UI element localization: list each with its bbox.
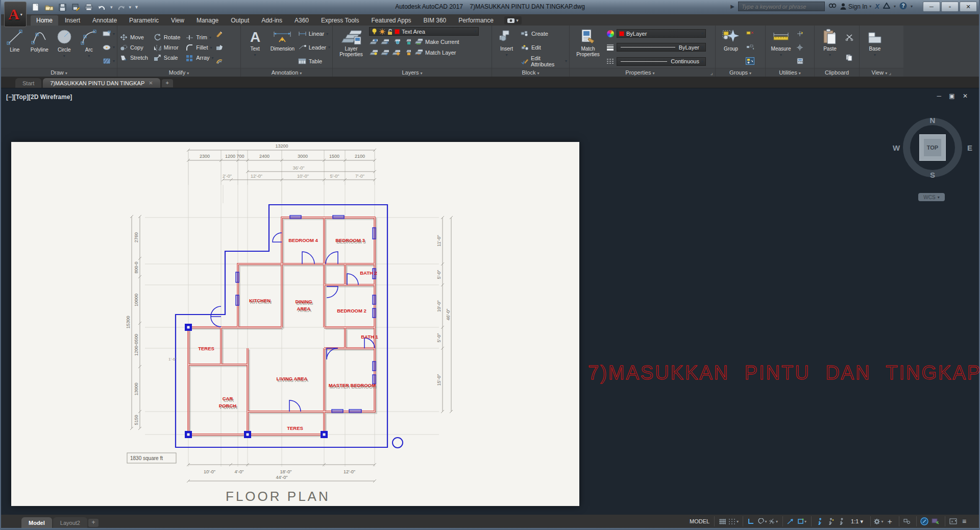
a360-caret-icon[interactable]: ▾: [894, 4, 896, 9]
infocenter-collapse-icon[interactable]: ▶: [730, 4, 734, 9]
object-color-select[interactable]: ByLayer▾: [617, 29, 706, 38]
annotation-scale-icon[interactable]: [837, 517, 847, 526]
layout2-tab[interactable]: Layout2: [53, 517, 87, 528]
plus-icon[interactable]: ＋: [885, 517, 895, 526]
layer-thaw-all-icon[interactable]: [380, 49, 389, 56]
fillet-button[interactable]: Fillet▾: [185, 42, 213, 53]
object-snap-icon[interactable]: ▾: [797, 517, 807, 526]
customization-menu-icon[interactable]: ≡: [959, 517, 969, 526]
hatch-tool-icon[interactable]: [102, 57, 111, 65]
file-tab-start[interactable]: Start: [15, 78, 41, 88]
rectangle-tool-icon[interactable]: [102, 30, 111, 38]
file-tab-active[interactable]: 7)MASUKKAN PINTU DAN TINGKAP✕: [43, 78, 160, 88]
menu-tab-express-tools[interactable]: Express Tools: [315, 15, 364, 26]
panel-modify-footer[interactable]: Modify ▾: [117, 68, 240, 77]
quick-calc-icon[interactable]: [796, 57, 804, 65]
copy-clip-icon[interactable]: [845, 54, 853, 62]
model-tab[interactable]: Model: [21, 517, 52, 528]
grid-display-icon[interactable]: [717, 517, 727, 526]
layer-properties-button[interactable]: Layer Properties: [335, 27, 368, 68]
ribbon-display-toggle[interactable]: ▾: [504, 16, 522, 25]
group-selection-toggle[interactable]: [746, 57, 754, 65]
view-cube-west[interactable]: W: [893, 143, 900, 152]
array-button[interactable]: Array▾: [185, 53, 213, 63]
search-icon[interactable]: [828, 3, 837, 11]
ungroup-icon[interactable]: [746, 30, 754, 38]
linear-dim-icon[interactable]: [298, 30, 307, 38]
close-button[interactable]: ✕: [960, 2, 977, 12]
sign-in-button[interactable]: Sign In ▾: [840, 3, 871, 10]
text-button[interactable]: A Text▾: [243, 27, 267, 68]
viewport-window-buttons[interactable]: ─ ▣ ✕: [937, 92, 971, 100]
search-input[interactable]: [738, 2, 825, 11]
paste-button[interactable]: Paste▾: [817, 27, 843, 68]
polar-tracking-icon[interactable]: ▾: [757, 517, 767, 526]
polyline-button[interactable]: Polyline: [28, 27, 52, 68]
menu-tab-bim-360[interactable]: BIM 360: [418, 15, 452, 26]
view-cube-east[interactable]: E: [967, 143, 972, 152]
application-menu-button[interactable]: A ▾: [4, 2, 27, 27]
trim-button[interactable]: Trim▾: [185, 32, 213, 42]
linetype-select[interactable]: Continuous▾: [617, 57, 706, 66]
block-edit-icon[interactable]: [521, 43, 529, 51]
block-create-icon[interactable]: [521, 30, 529, 38]
move-button[interactable]: Move: [119, 32, 148, 42]
plot-button[interactable]: [84, 3, 94, 12]
measure-button[interactable]: Measure▾: [768, 27, 794, 68]
new-layout-button[interactable]: +: [88, 519, 99, 527]
graphics-performance-icon[interactable]: [930, 517, 941, 526]
open-file-button[interactable]: [44, 3, 54, 12]
color-wheel-icon[interactable]: [606, 30, 615, 37]
id-point-icon[interactable]: [796, 43, 804, 51]
edit-attributes-icon[interactable]: [521, 57, 529, 65]
line-button[interactable]: Line: [3, 27, 27, 68]
layer-select-caret-icon[interactable]: ▾: [474, 29, 476, 34]
menu-tab-manage[interactable]: Manage: [191, 15, 224, 26]
snap-mode-icon[interactable]: ▾: [728, 517, 739, 526]
wcs-menu[interactable]: WCS▾: [918, 193, 945, 201]
panel-draw-footer[interactable]: Draw ▾: [1, 68, 117, 77]
layer-select[interactable]: Text Area ▾: [369, 27, 479, 36]
a360-icon[interactable]: [883, 3, 890, 10]
annotation-visibility-icon[interactable]: [814, 517, 824, 526]
offset-tool-icon[interactable]: [215, 57, 224, 65]
qat-customize-icon[interactable]: ▼: [134, 5, 139, 10]
layer-on-off-icon[interactable]: [369, 49, 378, 56]
panel-block-footer[interactable]: Block ▾: [492, 68, 569, 77]
menu-tab-add-ins[interactable]: Add-ins: [256, 15, 288, 26]
circle-button[interactable]: Circle▾: [53, 27, 76, 68]
clean-screen-icon[interactable]: [948, 517, 958, 526]
explode-tool-icon[interactable]: [215, 43, 224, 51]
ortho-mode-icon[interactable]: [746, 517, 756, 526]
isolate-objects-icon[interactable]: [902, 517, 912, 526]
minimize-button[interactable]: ─: [923, 2, 940, 12]
restore-button[interactable]: ▫: [941, 2, 959, 12]
make-current-label[interactable]: Make Current: [425, 39, 459, 45]
drawing-canvas[interactable]: [−][Top][2D Wireframe] ─ ▣ ✕: [1, 88, 979, 515]
layer-freeze-icon[interactable]: [380, 38, 389, 45]
menu-tab-insert[interactable]: Insert: [59, 15, 86, 26]
redo-caret-icon[interactable]: ▾: [129, 5, 132, 10]
rotate-button[interactable]: Rotate: [153, 32, 180, 42]
view-cube-top-face[interactable]: TOP: [919, 134, 946, 161]
workspace-gear-icon[interactable]: ▾: [873, 517, 884, 526]
layer-unlock2-icon[interactable]: [403, 49, 411, 56]
help-caret-icon[interactable]: ▾: [911, 4, 913, 9]
save-as-button[interactable]: [70, 3, 81, 12]
osnap-tracking-icon[interactable]: [786, 517, 796, 526]
hardware-acceleration-icon[interactable]: [919, 517, 929, 526]
quick-select-icon[interactable]: [796, 30, 804, 38]
stretch-button[interactable]: Stretch: [119, 53, 148, 63]
save-button[interactable]: [57, 3, 67, 12]
model-space-toggle[interactable]: MODEL: [687, 518, 713, 524]
menu-tab-a360[interactable]: A360: [289, 15, 314, 26]
view-cube-north[interactable]: N: [930, 116, 936, 125]
ellipse-tool-icon[interactable]: [102, 43, 111, 51]
help-icon[interactable]: ?: [899, 2, 907, 11]
layer-off-icon[interactable]: [391, 38, 400, 45]
autoscale-icon[interactable]: [825, 517, 836, 526]
layer-melt-icon[interactable]: [391, 49, 400, 56]
menu-tab-output[interactable]: Output: [225, 15, 255, 26]
panel-view-footer[interactable]: View ▾ ⌟: [860, 68, 903, 77]
base-button[interactable]: Base▾: [862, 27, 888, 68]
